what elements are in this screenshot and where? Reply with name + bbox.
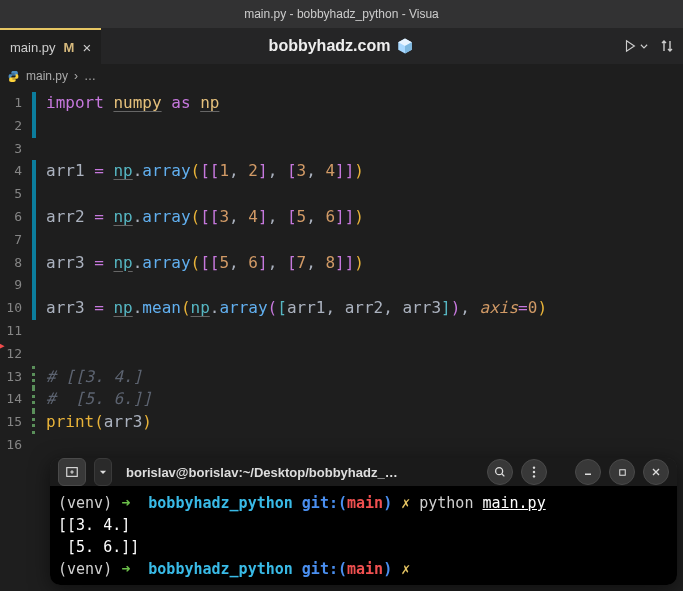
svg-point-1	[496, 468, 503, 475]
chevron-down-icon[interactable]	[639, 41, 649, 51]
terminal-title: borislav@borislav:~/Desktop/bobbyhadz_…	[120, 465, 479, 480]
breadcrumb-rest: …	[84, 69, 96, 83]
code-line: arr2 = np.array([[3, 4], [5, 6]])	[46, 206, 547, 229]
minimize-button[interactable]	[575, 459, 601, 485]
close-icon[interactable]: ×	[82, 40, 91, 55]
maximize-button[interactable]	[609, 459, 635, 485]
code-content[interactable]: import numpy as np arr1 = np.array([[1, …	[36, 88, 547, 448]
run-button[interactable]	[623, 39, 649, 53]
tab-dropdown-button[interactable]	[94, 458, 112, 486]
terminal-window: borislav@borislav:~/Desktop/bobbyhadz_… …	[50, 458, 677, 585]
code-line: print(arr3)	[46, 411, 547, 434]
new-tab-button[interactable]	[58, 458, 86, 486]
menu-icon[interactable]	[521, 459, 547, 485]
code-line	[46, 434, 547, 457]
svg-point-3	[533, 471, 535, 473]
terminal-header: borislav@borislav:~/Desktop/bobbyhadz_…	[50, 458, 677, 486]
breadcrumb-file: main.py	[26, 69, 68, 83]
code-line	[46, 274, 547, 297]
tab-filename: main.py	[10, 40, 56, 55]
cube-icon	[396, 37, 414, 55]
breadcrumb-sep: ›	[74, 69, 78, 83]
code-line: arr3 = np.mean(np.array([arr1, arr2, arr…	[46, 297, 547, 320]
window-title: main.py - bobbyhadz_python - Visua	[244, 7, 439, 21]
terminal-line: [5. 6.]]	[58, 536, 669, 558]
code-line: # [[3. 4.]	[46, 366, 547, 389]
search-icon[interactable]	[487, 459, 513, 485]
code-line	[46, 115, 547, 138]
terminal-line: (venv) ➜ bobbyhadz_python git:(main) ✗	[58, 558, 669, 580]
svg-point-4	[533, 475, 535, 477]
code-line	[46, 138, 547, 161]
svg-point-2	[533, 466, 535, 468]
code-line: # [5. 6.]]	[46, 388, 547, 411]
code-editor[interactable]: 1234 5678 9101112 13141516 ▶ import nump…	[0, 88, 683, 448]
code-line	[46, 229, 547, 252]
breakpoint-marker[interactable]: ▶	[0, 339, 5, 352]
header-site: bobbyhadz.com	[0, 37, 683, 55]
terminal-body[interactable]: (venv) ➜ bobbyhadz_python git:(main) ✗ p…	[50, 486, 677, 585]
python-file-icon	[6, 69, 20, 83]
editor-tabbar: main.py M × bobbyhadz.com	[0, 28, 683, 64]
compare-icon[interactable]	[659, 38, 675, 54]
code-line: arr1 = np.array([[1, 2], [3, 4]])	[46, 160, 547, 183]
terminal-line: (venv) ➜ bobbyhadz_python git:(main) ✗ p…	[58, 492, 669, 514]
code-line: import numpy as np	[46, 92, 547, 115]
window-titlebar: main.py - bobbyhadz_python - Visua	[0, 0, 683, 28]
breadcrumb[interactable]: main.py › …	[0, 64, 683, 88]
code-line	[46, 320, 547, 343]
tab-modified-indicator: M	[64, 40, 75, 55]
close-button[interactable]	[643, 459, 669, 485]
line-number-gutter: 1234 5678 9101112 13141516	[0, 88, 32, 448]
tab-actions	[623, 38, 683, 54]
code-line	[46, 343, 547, 366]
svg-rect-5	[619, 469, 625, 475]
terminal-line: [[3. 4.]	[58, 514, 669, 536]
code-line	[46, 183, 547, 206]
tab-main-py[interactable]: main.py M ×	[0, 28, 101, 64]
code-line: arr3 = np.array([[5, 6], [7, 8]])	[46, 252, 547, 275]
